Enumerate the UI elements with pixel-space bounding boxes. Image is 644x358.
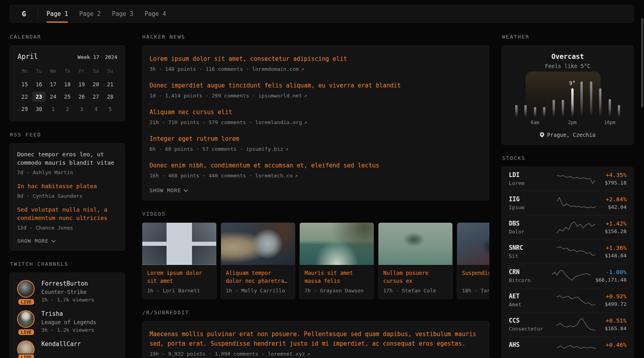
hackernews-item-title[interactable]: Aliquam nec cursus elit — [149, 107, 482, 117]
scrollbar[interactable] — [641, 18, 643, 107]
video-thumbnail[interactable] — [378, 223, 452, 265]
twitch-avatar-wrap: LIVE — [17, 310, 35, 333]
stock-price — [606, 350, 627, 356]
twitch-channel-game[interactable]: Counter-Strike — [41, 289, 94, 295]
twitch-section-title: TWITCH CHANNELS — [10, 261, 125, 267]
nav-tab[interactable]: Page 1 — [47, 5, 68, 22]
calendar-day: 24 — [46, 90, 60, 103]
stock-row[interactable]: SNRC Sit +1.36% $148.64 — [509, 239, 627, 264]
stock-values: -1.00% $66,171.48 — [596, 269, 627, 283]
hackernews-item[interactable]: Donec imperdiet augue tincidunt felis al… — [149, 81, 482, 99]
stock-symbol[interactable]: DBS — [509, 220, 547, 227]
hackernews-item[interactable]: Integer eget rutrum lorem 6h · 60 points… — [149, 134, 482, 153]
stock-row[interactable]: AHS +0.46% — [509, 337, 627, 358]
stock-row[interactable]: LDI Lorem +4.35% $795.18 — [509, 167, 627, 191]
external-link-icon[interactable]: ↗ — [283, 146, 289, 152]
video-title[interactable]: Lorem ipsum dolor sit amet consectetu… — [147, 269, 211, 285]
stock-row[interactable]: CCS Consectetur +0.51% $165.84 — [509, 312, 627, 337]
twitch-channel-name[interactable]: KendallCarr — [41, 340, 81, 348]
rss-item-title[interactable]: Donec tempor eros leo, ut commodo mauris… — [17, 150, 118, 167]
external-link-icon[interactable]: ↗ — [293, 173, 298, 179]
rss-section-title: RSS FEED — [10, 132, 125, 138]
weather-bar-slot — [540, 81, 549, 117]
weather-bar-slot — [596, 81, 605, 117]
rss-item-title[interactable]: Sed volutpat nulla nisl, a condimentum n… — [17, 206, 118, 222]
app-logo[interactable]: G — [10, 5, 38, 22]
stock-price: $156.28 — [605, 228, 627, 234]
sparkline-chart — [551, 269, 591, 283]
twitch-channel-row[interactable]: LIVE ForrestBurton Counter-Strike 1h · 1… — [17, 280, 118, 303]
rss-show-more-button[interactable]: SHOW MORE — [17, 238, 118, 244]
stock-name: Consectetur — [509, 326, 547, 332]
external-link-icon[interactable]: ↗ — [302, 93, 307, 99]
sparkline-chart — [556, 317, 596, 332]
hackernews-item-title[interactable]: Donec imperdiet augue tincidunt felis al… — [149, 81, 482, 90]
external-link-icon[interactable]: ↗ — [305, 351, 310, 357]
video-thumbnail[interactable] — [221, 223, 295, 265]
hackernews-show-more-button[interactable]: SHOW MORE — [149, 187, 482, 193]
nav-tab[interactable]: Page 2 — [79, 5, 101, 22]
rss-item[interactable]: Donec tempor eros leo, ut commodo mauris… — [17, 150, 118, 176]
rss-item[interactable]: In hac habitasse platea 8d · Cynthia Sau… — [17, 182, 118, 200]
calendar-day-number: 23 — [32, 91, 46, 102]
hackernews-item[interactable]: Aliquam nec cursus elit 21h · 710 points… — [149, 107, 482, 126]
nav-tab[interactable]: Page 4 — [145, 5, 166, 22]
subreddit-post-title[interactable]: Maecenas mollis pulvinar erat non posuer… — [149, 329, 482, 348]
stock-symbol[interactable]: CRN — [509, 268, 547, 276]
stock-row[interactable]: AET Amet +0.92% $499.72 — [509, 288, 627, 312]
video-card[interactable]: Mauris sit amet massa felis 7h · Grayson… — [299, 222, 374, 299]
subreddit-post-meta-text: 19h · 9,932 points · 1,090 comments · lo… — [149, 351, 305, 357]
hackernews-item[interactable]: Lorem ipsum dolor sit amet, consectetur … — [149, 54, 482, 73]
avatar — [17, 280, 35, 298]
dashboard-page: G Page 1 Page 2 Page 3 Page 4 CALENDAR A… — [0, 0, 644, 358]
hackernews-item-title[interactable]: Donec enim nibh, condimentum et accumsan… — [149, 161, 482, 170]
stock-row[interactable]: CRN Bitcorn -1.00% $66,171.48 — [509, 264, 627, 288]
stock-identity: AHS — [509, 341, 547, 356]
stock-change-percent: +0.46% — [606, 342, 627, 348]
stock-symbol[interactable]: AET — [509, 293, 547, 300]
hackernews-widget: HACKER NEWS Lorem ipsum dolor sit amet, … — [142, 34, 489, 200]
video-thumbnail[interactable] — [142, 223, 216, 265]
video-thumbnail[interactable] — [457, 223, 489, 265]
nav-tab[interactable]: Page 3 — [112, 5, 133, 22]
rss-item[interactable]: Sed volutpat nulla nisl, a condimentum n… — [17, 206, 118, 232]
calendar-day: 1 — [46, 103, 60, 115]
weather-time-label: 6am — [531, 120, 539, 125]
video-title[interactable]: Aliquam tempor dolor nec pharetra… — [226, 269, 290, 285]
stock-name: Dolor — [509, 229, 547, 235]
twitch-channel-game[interactable]: League of Legends — [41, 319, 96, 325]
hackernews-item-title[interactable]: Integer eget rutrum lorem — [149, 134, 482, 144]
rss-item-title[interactable]: In hac habitasse platea — [17, 182, 118, 191]
stock-row[interactable]: DBS Dolor +1.42% $156.28 — [509, 215, 627, 239]
external-link-icon[interactable]: ↗ — [299, 66, 304, 72]
chevron-down-icon — [51, 240, 56, 243]
twitch-channel-name[interactable]: ForrestBurton — [41, 280, 94, 287]
video-title[interactable]: Suspendisse diam — [462, 269, 489, 285]
calendar-grid: Mo Tu We Th Fr Sa Su — [17, 65, 117, 115]
stock-symbol[interactable]: SNRC — [509, 244, 547, 251]
hackernews-item[interactable]: Donec enim nibh, condimentum et accumsan… — [149, 161, 482, 179]
stock-symbol[interactable]: LDI — [509, 171, 547, 179]
hackernews-item-title[interactable]: Lorem ipsum dolor sit amet, consectetur … — [149, 54, 482, 64]
stock-symbol[interactable]: CCS — [509, 317, 547, 324]
external-link-icon[interactable]: ↗ — [302, 119, 307, 125]
stock-row[interactable]: IIG Ipsum +2.84% $42.04 — [509, 191, 627, 215]
stock-change-percent: +0.51% — [605, 317, 627, 324]
twitch-channel-name[interactable]: Trisha — [41, 310, 96, 317]
rss-item-meta: 12d · Chance Jones — [17, 224, 118, 232]
twitch-channel-row[interactable]: LIVE KendallCarr — [17, 340, 118, 358]
calendar-day: 15 — [17, 78, 32, 90]
video-title[interactable]: Nullam posuere cursus ex — [383, 269, 448, 285]
video-card[interactable]: Suspendisse diam 18h · Tara — [457, 222, 489, 299]
video-card[interactable]: Nullam posuere cursus ex 17h · Stefan Co… — [378, 222, 453, 299]
video-title[interactable]: Mauris sit amet massa felis — [305, 269, 369, 285]
hackernews-section-title: HACKER NEWS — [142, 34, 489, 40]
stock-symbol[interactable]: IIG — [509, 196, 547, 203]
stock-change-percent: +2.84% — [606, 196, 627, 202]
calendar-section-title: CALENDAR — [10, 34, 125, 40]
video-thumbnail[interactable] — [300, 223, 374, 265]
video-card[interactable]: Lorem ipsum dolor sit amet consectetu… 1… — [142, 222, 217, 299]
video-card[interactable]: Aliquam tempor dolor nec pharetra… 1h · … — [221, 222, 295, 299]
twitch-channel-row[interactable]: LIVE Trisha League of Legends 3h · 1.2k … — [17, 310, 118, 333]
stock-symbol[interactable]: AHS — [509, 341, 547, 348]
